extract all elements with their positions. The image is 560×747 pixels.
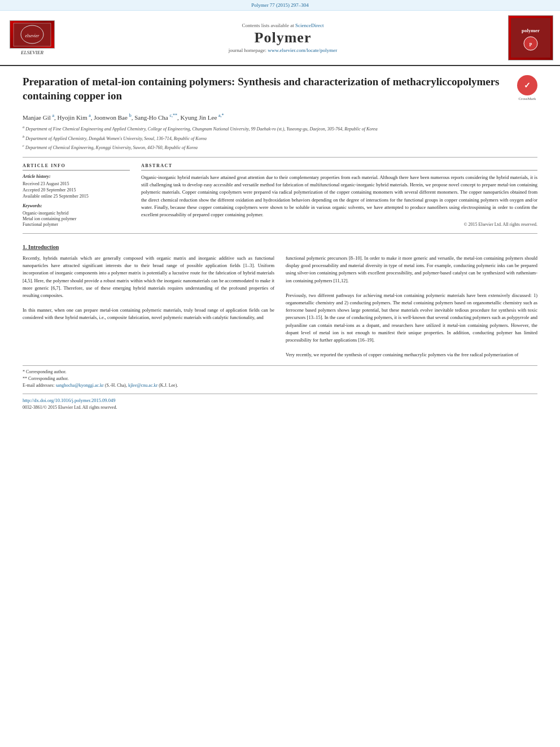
doi-footer: http://dx.doi.org/10.1016/j.polymer.2015… xyxy=(23,394,537,410)
crossmark-icon: ✓ xyxy=(517,75,537,95)
homepage-link[interactable]: www.elsevier.com/locate/polymer xyxy=(268,47,337,53)
affiliation-a: a Department of Fine Chemical Engineerin… xyxy=(23,124,537,133)
svg-text:elsevier: elsevier xyxy=(25,33,40,38)
email1-name: (S.-H. Cha), xyxy=(105,383,127,388)
article-title: Preparation of metal-ion containing poly… xyxy=(23,75,511,103)
article-info-heading: Article Info xyxy=(23,163,130,171)
footnote-double-star: ** Corresponding author. xyxy=(23,376,537,381)
received-date: Received 23 August 2015 xyxy=(23,181,130,186)
citation-text: Polymer 77 (2015) 297–304 xyxy=(251,2,309,8)
abstract-col: Abstract Organic-inorganic hybrid materi… xyxy=(141,163,537,228)
email2-name: (K.J. Lee). xyxy=(159,383,178,388)
citation-bar: Polymer 77 (2015) 297–304 xyxy=(0,0,560,11)
email1-link[interactable]: sanghocha@kyonggi.ac.kr xyxy=(56,383,104,388)
issn-line: 0032-3861/© 2015 Elsevier Ltd. All right… xyxy=(23,405,537,410)
keyword-2: Metal ion containing polymer xyxy=(23,216,130,221)
intro-title: Introduction xyxy=(28,244,59,250)
intro-left-col: Recently, hybrids materials which are ge… xyxy=(23,255,274,359)
abstract-heading: Abstract xyxy=(141,163,537,171)
crossmark-section: ✓ CrossMark xyxy=(517,75,537,101)
history-label: Article history: xyxy=(23,174,130,179)
article-info-col: Article Info Article history: Received 2… xyxy=(23,163,130,228)
journal-header: elsevier ELSEVIER Contents lists availab… xyxy=(0,11,560,66)
email2-link[interactable]: kjlee@cnu.ac.kr xyxy=(128,383,158,388)
authors-line: Manjae Gil a, Hyojin Kim a, Joonwon Bae … xyxy=(23,113,537,121)
introduction-section: 1. Introduction Recently, hybrids materi… xyxy=(23,244,537,359)
article-info-abstract: Article Info Article history: Received 2… xyxy=(23,163,537,228)
article-title-section: Preparation of metal-ion containing poly… xyxy=(23,75,537,107)
intro-right-col: functional polymeric precursors [8–10]. … xyxy=(286,255,537,359)
keywords-label: Keywords: xyxy=(23,203,130,208)
footnotes: * Corresponding author. ** Corresponding… xyxy=(23,365,537,388)
accepted-date: Accepted 20 September 2015 xyxy=(23,187,130,193)
abstract-text: Organic-inorganic hybrid materials have … xyxy=(141,174,537,219)
affiliations: a Department of Fine Chemical Engineerin… xyxy=(23,124,537,151)
sciencedirect-link[interactable]: ScienceDirect xyxy=(295,23,323,28)
svg-text:polymer: polymer xyxy=(522,28,540,33)
affiliation-b: b Department of Applied Chemistry, Dongd… xyxy=(23,134,537,142)
crossmark-label: CrossMark xyxy=(518,97,536,101)
intro-body: Recently, hybrids materials which are ge… xyxy=(23,255,537,359)
svg-text:P: P xyxy=(530,42,532,47)
polymer-logo: polymer P xyxy=(508,15,553,60)
intro-number: 1. xyxy=(23,244,27,250)
copyright-line: © 2015 Elsevier Ltd. All rights reserved… xyxy=(141,222,537,227)
divider-1 xyxy=(23,157,537,158)
homepage-label: journal homepage: xyxy=(229,47,266,53)
keyword-1: Organic-inorganic hybrid xyxy=(23,211,130,216)
journal-homepage-line: journal homepage: www.elsevier.com/locat… xyxy=(58,47,508,53)
contents-available-line: Contents lists available at ScienceDirec… xyxy=(58,23,508,28)
doi-link[interactable]: http://dx.doi.org/10.1016/j.polymer.2015… xyxy=(23,397,115,403)
available-date: Available online 25 September 2015 xyxy=(23,194,130,199)
journal-center-info: Contents lists available at ScienceDirec… xyxy=(58,23,508,53)
elsevier-logo-section: elsevier ELSEVIER xyxy=(7,20,58,55)
elsevier-label: ELSEVIER xyxy=(21,50,43,55)
corresponding-author-double: ** Corresponding author. xyxy=(23,376,69,381)
elsevier-logo-image: elsevier xyxy=(10,20,55,49)
intro-heading: 1. Introduction xyxy=(23,244,537,250)
divider-2 xyxy=(23,233,537,234)
main-content: Preparation of metal-ion containing poly… xyxy=(0,66,560,419)
contents-label: Contents lists available at xyxy=(242,23,294,28)
email-label: E-mail addresses: xyxy=(23,383,55,388)
journal-title: Polymer xyxy=(58,29,508,46)
footnote-email: E-mail addresses: sanghocha@kyonggi.ac.k… xyxy=(23,383,537,388)
keyword-3: Functional polymer xyxy=(23,222,130,227)
affiliation-c: c Department of Chemical Engineering, Ky… xyxy=(23,143,537,151)
footnote-star: * Corresponding author. xyxy=(23,369,537,374)
corresponding-author-single: * Corresponding author. xyxy=(23,369,67,374)
